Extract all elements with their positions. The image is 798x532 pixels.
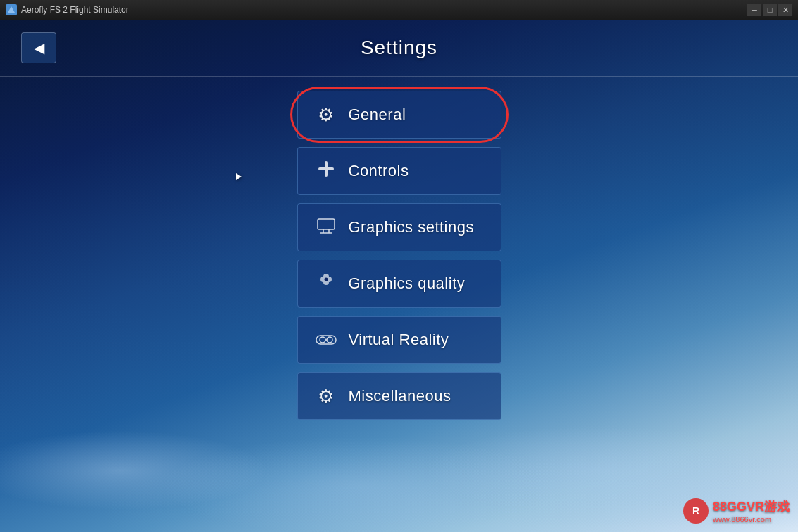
app-title: Aerofly FS 2 Flight Simulator xyxy=(21,5,129,15)
misc-icon: ⚙ xyxy=(315,386,337,407)
svg-marker-0 xyxy=(8,6,15,13)
watermark-text-block: 88GGVR游戏 www.8866vr.com xyxy=(713,498,790,524)
controls-label: Controls xyxy=(349,162,409,180)
menu-item-miscellaneous[interactable]: ⚙ Miscellaneous xyxy=(297,372,501,420)
graphics-quality-icon xyxy=(315,272,337,296)
graphics-quality-label: Graphics quality xyxy=(349,274,466,293)
settings-overlay: ◀ Settings ⚙ General Controls xyxy=(0,20,798,532)
menu-item-general[interactable]: ⚙ General xyxy=(297,91,501,139)
graphics-settings-icon xyxy=(315,217,337,239)
back-button[interactable]: ◀ xyxy=(21,32,56,63)
menu-item-graphics-settings[interactable]: Graphics settings xyxy=(297,203,501,251)
graphics-settings-label: Graphics settings xyxy=(349,218,474,236)
vr-icon xyxy=(315,329,337,351)
game-area: ◀ Settings ⚙ General Controls xyxy=(0,20,798,532)
menu-item-virtual-reality[interactable]: Virtual Reality xyxy=(297,316,501,364)
svg-point-10 xyxy=(327,337,332,343)
misc-label: Miscellaneous xyxy=(349,387,451,405)
settings-title: Settings xyxy=(361,37,437,59)
close-button[interactable]: ✕ xyxy=(778,4,792,16)
window-controls: ─ □ ✕ xyxy=(747,4,792,16)
watermark-logo-text: R xyxy=(692,505,699,517)
app-icon xyxy=(6,4,17,15)
watermark-logo: R xyxy=(683,498,709,524)
svg-rect-3 xyxy=(318,219,335,229)
minimize-button[interactable]: ─ xyxy=(747,4,761,16)
menu-item-graphics-quality[interactable]: Graphics quality xyxy=(297,260,501,308)
menu-item-controls[interactable]: Controls xyxy=(297,147,501,195)
back-icon: ◀ xyxy=(34,39,44,56)
watermark: R 88GGVR游戏 www.8866vr.com xyxy=(683,498,790,524)
maximize-button[interactable]: □ xyxy=(763,4,777,16)
title-bar: Aerofly FS 2 Flight Simulator ─ □ ✕ xyxy=(0,0,798,20)
watermark-sub: www.8866vr.com xyxy=(713,515,790,524)
controls-icon xyxy=(315,160,337,183)
svg-point-7 xyxy=(324,277,328,281)
title-bar-left: Aerofly FS 2 Flight Simulator xyxy=(6,4,129,15)
vr-label: Virtual Reality xyxy=(349,331,449,349)
svg-point-9 xyxy=(320,337,325,343)
svg-rect-2 xyxy=(318,167,334,170)
general-icon: ⚙ xyxy=(315,104,337,126)
watermark-brand: 88GGVR游戏 xyxy=(713,498,790,515)
settings-header: ◀ Settings xyxy=(0,20,798,77)
menu-container: ⚙ General Controls xyxy=(0,91,798,420)
general-label: General xyxy=(349,106,406,124)
